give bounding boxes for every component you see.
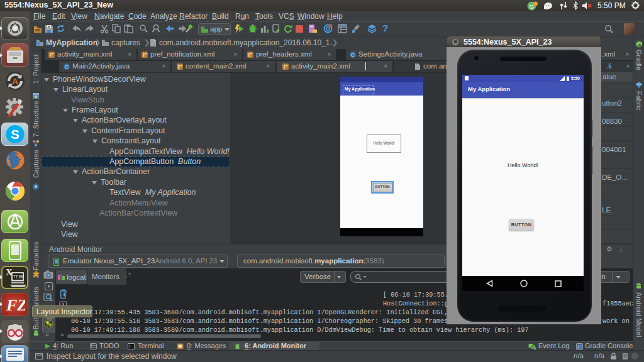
svg-text:2: 2 xyxy=(534,346,536,350)
svg-text:TERM: TERM xyxy=(13,275,24,280)
svg-text:FZ: FZ xyxy=(6,296,25,314)
svg-text:C: C xyxy=(65,64,69,70)
svg-text:C: C xyxy=(351,52,355,58)
svg-text:A: A xyxy=(12,77,18,86)
svg-text:S: S xyxy=(11,128,19,141)
